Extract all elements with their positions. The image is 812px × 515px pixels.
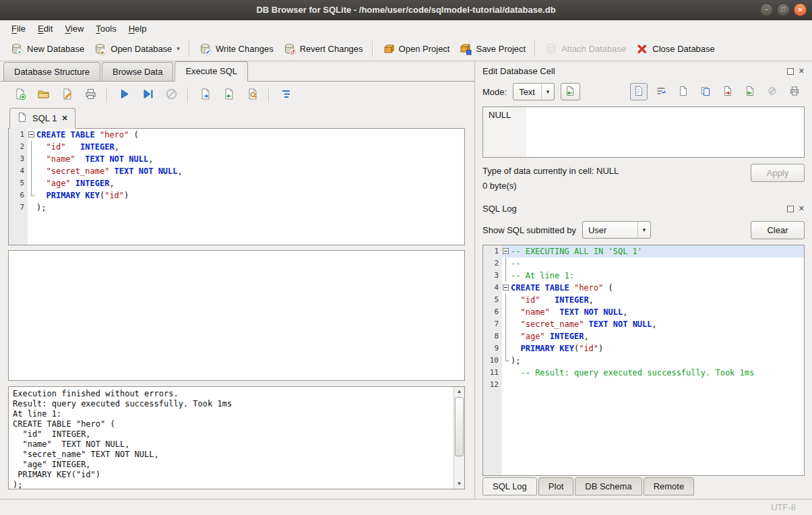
- code-line: 10);: [483, 355, 804, 367]
- code-line: 12: [483, 379, 804, 391]
- set-null-button[interactable]: [763, 83, 781, 100]
- filter-label: Show SQL submitted by: [482, 225, 576, 235]
- clear-log-button[interactable]: Clear: [751, 221, 805, 239]
- float-panel-icon[interactable]: [787, 68, 794, 75]
- titlebar: DB Browser for SQLite - /home/user/code/…: [0, 0, 812, 20]
- mode-select[interactable]: Text ▼: [513, 83, 555, 100]
- minimize-button[interactable]: –: [760, 3, 773, 16]
- tab-plot[interactable]: Plot: [538, 477, 573, 495]
- tab-db-schema[interactable]: DB Schema: [575, 477, 642, 495]
- left-pane: Database StructureBrowse DataExecute SQL…: [0, 61, 474, 499]
- submitted-by-select[interactable]: User ▼: [582, 221, 651, 239]
- db-open-icon: ▸: [94, 42, 106, 55]
- code-line: 4 "secret_name" TEXT NOT NULL,: [9, 165, 464, 177]
- code-line: 5 "age" INTEGER,: [9, 177, 464, 189]
- scrollbar-thumb[interactable]: [455, 397, 464, 456]
- fold-toggle-icon[interactable]: [502, 245, 511, 258]
- cell-value: NULL: [489, 110, 511, 120]
- menu-view[interactable]: View: [59, 22, 90, 36]
- import-cell-data-button[interactable]: [561, 83, 580, 100]
- execute-current-line-button[interactable]: [140, 88, 155, 102]
- window-controls: – □ ✕: [760, 3, 807, 16]
- print-cell-button[interactable]: [786, 83, 803, 100]
- fold-guide: [502, 270, 511, 282]
- cell-value-editor[interactable]: NULL: [482, 107, 805, 158]
- sql-tab[interactable]: SQL 1 ✕: [9, 108, 75, 129]
- find-replace-button[interactable]: [245, 88, 259, 102]
- open-database-button[interactable]: ▸Open Database▾: [89, 40, 185, 58]
- fold-guide: [28, 189, 36, 202]
- write-changes-button[interactable]: ✔Write Changes: [194, 40, 278, 58]
- close-panel-icon[interactable]: ✕: [799, 205, 805, 212]
- menu-file[interactable]: File: [5, 22, 32, 36]
- open-project-button[interactable]: Open Project: [377, 40, 455, 58]
- line-number: 10: [483, 355, 502, 367]
- fold-guide: [28, 165, 36, 177]
- line-number: 3: [483, 270, 502, 282]
- tab-database-structure[interactable]: Database Structure: [3, 62, 100, 81]
- code-line: 3-- At line 1:: [483, 270, 804, 282]
- open-project-button-label: Open Project: [399, 44, 450, 54]
- results-grid[interactable]: [8, 250, 465, 381]
- fold-guide: [502, 306, 511, 318]
- encoding-indicator[interactable]: UTF-8: [771, 502, 796, 512]
- attach-database-button-label: Attach Database: [561, 44, 626, 54]
- execution-log[interactable]: Execution finished without errors. Resul…: [9, 387, 453, 489]
- line-number: 2: [483, 258, 502, 270]
- maximize-button[interactable]: □: [777, 3, 790, 16]
- fold-guide: [502, 258, 511, 270]
- word-wrap-button[interactable]: [652, 83, 670, 100]
- menu-edit[interactable]: Edit: [32, 22, 59, 36]
- line-number: 2: [9, 141, 28, 153]
- import-cell-button[interactable]: [741, 83, 759, 100]
- copy-cell-button[interactable]: [697, 83, 714, 100]
- scroll-up-icon[interactable]: ▲: [457, 387, 462, 396]
- new-sql-tab-button[interactable]: [12, 88, 27, 102]
- toolbar-separator: [189, 40, 190, 57]
- tab-remote[interactable]: Remote: [644, 477, 695, 495]
- float-panel-icon[interactable]: [787, 206, 794, 212]
- revert-changes-button[interactable]: ↺Revert Changes: [278, 40, 368, 58]
- new-database-button[interactable]: +New Database: [5, 40, 89, 58]
- save-results-button[interactable]: [221, 88, 236, 102]
- execute-all-button[interactable]: [117, 88, 131, 102]
- fold-guide: [28, 177, 36, 189]
- open-sql-file-button[interactable]: [36, 88, 51, 102]
- sql-log-dock-header: SQL Log ✕: [481, 199, 806, 216]
- main-area: Database StructureBrowse DataExecute SQL…: [0, 61, 812, 499]
- sql-log-view[interactable]: 1-- EXECUTING ALL IN 'SQL 1'2--3-- At li…: [482, 245, 805, 476]
- import-text-icon: [565, 86, 575, 98]
- cedit-null-icon: [767, 86, 778, 98]
- format-sql-button[interactable]: [278, 88, 293, 102]
- close-database-button[interactable]: Close Database: [631, 40, 720, 58]
- scrollbar[interactable]: ▲ ▼: [454, 387, 464, 489]
- code-line: 7);: [9, 202, 464, 214]
- menu-tools[interactable]: Tools: [90, 22, 122, 36]
- text-mode-button[interactable]: [630, 83, 648, 100]
- close-panel-icon[interactable]: ✕: [799, 67, 805, 75]
- export-cell-button[interactable]: [719, 83, 737, 100]
- export-results-button[interactable]: [197, 88, 212, 102]
- print-button[interactable]: [83, 88, 98, 102]
- cedit-copy-icon: [700, 86, 711, 98]
- line-number: 1: [483, 245, 502, 258]
- tab-browse-data[interactable]: Browse Data: [102, 62, 173, 81]
- menu-help[interactable]: Help: [123, 22, 153, 36]
- code-text: -- At line 1:: [511, 270, 804, 282]
- open-in-editor-button[interactable]: [675, 83, 692, 100]
- save-sql-file-button[interactable]: [59, 88, 74, 102]
- scroll-down-icon[interactable]: ▼: [457, 479, 462, 489]
- chevron-down-icon[interactable]: ▾: [177, 45, 180, 52]
- close-window-button[interactable]: ✕: [794, 3, 807, 16]
- sql-editor[interactable]: 1CREATE TABLE "hero" (2 "id" INTEGER,3 "…: [8, 128, 465, 245]
- revert-changes-button-label: Revert Changes: [300, 44, 363, 54]
- tab-sql-log[interactable]: SQL Log: [482, 477, 537, 495]
- save-project-button[interactable]: Save Project: [454, 40, 530, 58]
- tab-execute-sql[interactable]: Execute SQL: [175, 61, 248, 82]
- mode-label: Mode:: [482, 87, 507, 97]
- main-tabbar: Database StructureBrowse DataExecute SQL: [0, 61, 474, 82]
- fold-toggle-icon[interactable]: [502, 282, 511, 294]
- fold-toggle-icon[interactable]: [28, 129, 36, 141]
- close-tab-icon[interactable]: ✕: [61, 114, 67, 123]
- cedit-text-icon: [633, 86, 644, 98]
